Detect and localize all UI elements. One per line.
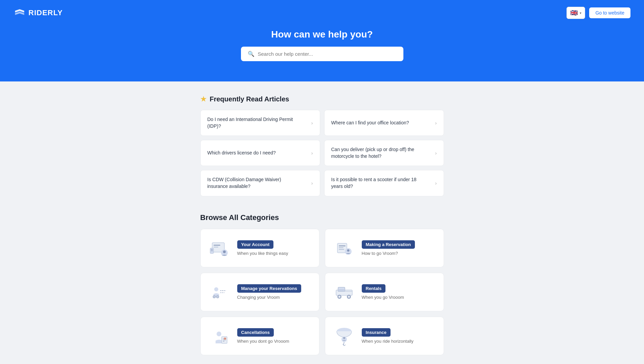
categories-grid: Your Account When you like things easy [200,229,444,355]
svg-point-14 [214,287,218,291]
category-illustration-account [207,236,232,260]
category-card-cancellations[interactable]: Cancellations When you dont go Vrooom [200,317,319,355]
svg-point-17 [213,295,216,298]
chevron-down-icon: ▾ [580,11,581,15]
category-card-account[interactable]: Your Account When you like things easy [200,229,319,267]
svg-line-40 [344,345,346,346]
category-badge-manage: Manage your Reservations [237,284,301,293]
svg-rect-9 [339,245,346,246]
category-info-insurance: Insurance When you ride horizontally [362,328,414,344]
category-card-reservation[interactable]: Making a Reservation How to go Vroom? [325,229,444,267]
svg-rect-1 [214,245,220,246]
svg-rect-6 [211,249,213,250]
hero-title: How can we help you? [14,29,630,40]
svg-point-4 [223,250,226,253]
search-bar: 🔍 [241,47,403,61]
category-illustration-cancellations [207,324,232,348]
arrow-icon-4: › [435,150,437,156]
svg-point-27 [217,332,221,336]
svg-point-13 [347,249,349,251]
category-illustration-manage [207,280,232,304]
article-text-3: Which drivers license do I need? [207,150,276,156]
arrow-icon-6: › [435,180,437,186]
articles-grid: Do I need an International Driving Permi… [200,110,444,196]
account-illustration [207,236,232,260]
svg-rect-10 [339,247,343,248]
article-text-1: Do I need an International Driving Permi… [207,116,302,129]
svg-rect-7 [211,250,213,251]
category-badge-insurance: Insurance [362,328,391,337]
arrow-icon-3: › [311,150,313,156]
article-item-5[interactable]: Is CDW (Collision Damage Waiver) insuran… [200,170,320,196]
category-info-manage: Manage your Reservations Changing your V… [237,284,301,300]
category-illustration-rentals [332,280,356,304]
svg-rect-11 [339,249,344,250]
category-card-insurance[interactable]: Insurance When you ride horizontally [325,317,444,355]
article-text-2: Where can I find your office location? [331,120,409,126]
logo-icon [14,8,26,18]
arrow-icon-1: › [311,120,313,126]
categories-title: Browse All Categories [200,213,444,222]
category-badge-reservation: Making a Reservation [362,240,415,249]
header-right: 🇬🇧 ▾ Go to website [567,7,630,19]
header: RIDERLY 🇬🇧 ▾ Go to website How can we he… [0,0,644,81]
category-card-manage[interactable]: Manage your Reservations Changing your V… [200,273,319,311]
svg-rect-2 [214,247,218,247]
go-to-website-button[interactable]: Go to website [589,7,630,18]
category-subtitle-rentals: When you go Vrooom [362,295,404,300]
category-subtitle-insurance: When you ride horizontally [362,339,414,344]
categories-section: Browse All Categories [200,213,444,355]
category-card-rentals[interactable]: Rentals When you go Vrooom [325,273,444,311]
reservation-illustration [332,236,356,260]
arrow-icon-2: › [435,120,437,126]
category-subtitle-cancellations: When you dont go Vrooom [237,339,289,344]
article-item-2[interactable]: Where can I find your office location? › [324,110,444,136]
star-icon: ★ [200,95,206,103]
article-text-5: Is CDW (Collision Damage Waiver) insuran… [207,176,302,190]
cancellations-illustration [207,324,232,348]
svg-point-23 [348,296,350,298]
logo-text: RIDERLY [28,8,63,17]
category-info-reservation: Making a Reservation How to go Vroom? [362,240,415,256]
category-info-rentals: Rentals When you go Vrooom [362,284,404,300]
category-illustration-insurance [332,324,356,348]
category-badge-account: Your Account [237,240,274,249]
manage-illustration [207,280,232,304]
article-item-6[interactable]: Is it possible to rent a scooter if unde… [324,170,444,196]
insurance-illustration [332,324,356,348]
article-item-3[interactable]: Which drivers license do I need? › [200,140,320,166]
search-icon: 🔍 [248,51,254,57]
frequently-read-section: ★ Frequently Read Articles Do I need an … [200,95,444,196]
svg-point-18 [216,295,219,298]
main-content: ★ Frequently Read Articles Do I need an … [194,81,451,364]
category-info-cancellations: Cancellations When you dont go Vrooom [237,328,289,344]
article-item-1[interactable]: Do I need an International Driving Permi… [200,110,320,136]
language-selector[interactable]: 🇬🇧 ▾ [567,7,585,19]
rentals-illustration [332,280,356,304]
arrow-icon-5: › [311,180,313,186]
article-text-4: Can you deliver (pick up or drop off) th… [331,146,426,160]
category-subtitle-account: When you like things easy [237,251,288,256]
category-subtitle-manage: Changing your Vroom [237,295,301,300]
frequently-read-title: ★ Frequently Read Articles [200,95,444,103]
category-badge-rentals: Rentals [362,284,386,293]
category-badge-cancellations: Cancellations [237,328,274,337]
category-subtitle-reservation: How to go Vroom? [362,251,415,256]
flag-icon: 🇬🇧 [570,9,578,17]
svg-point-21 [338,296,340,298]
logo: RIDERLY [14,8,63,18]
article-text-6: Is it possible to rent a scooter if unde… [331,176,426,190]
svg-point-37 [343,337,345,339]
category-illustration-reservation [332,236,356,260]
header-nav: RIDERLY 🇬🇧 ▾ Go to website [14,7,630,19]
article-item-4[interactable]: Can you deliver (pick up or drop off) th… [324,140,444,166]
svg-rect-24 [338,287,345,291]
search-input[interactable] [258,51,397,57]
category-info-account: Your Account When you like things easy [237,240,288,256]
svg-line-38 [343,342,344,345]
